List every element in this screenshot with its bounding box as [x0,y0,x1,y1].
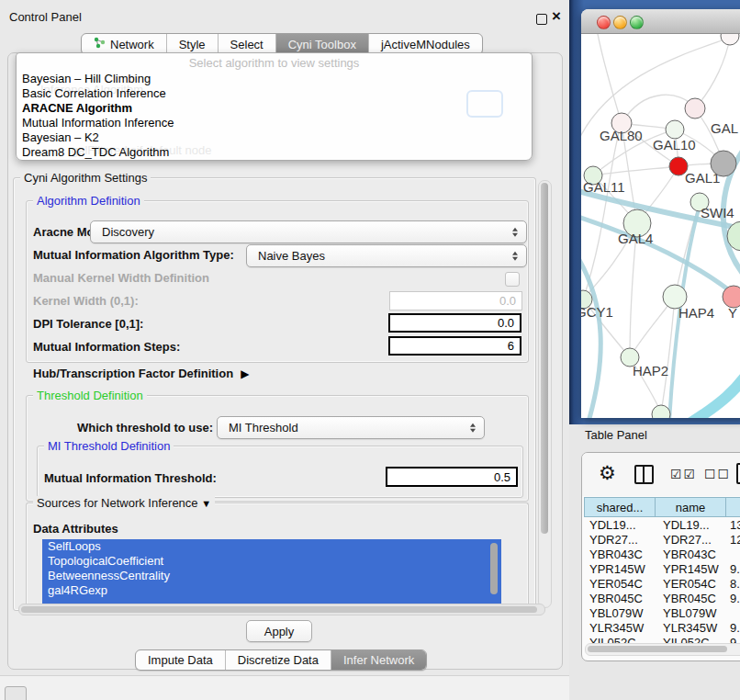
attribute-list-item[interactable]: TopologicalCoefficient [42,554,501,569]
collapse-down-icon: ▼ [201,498,211,509]
tab-cyni-toolbox[interactable]: Cyni Toolbox [275,34,368,54]
which-threshold-value: MI Threshold [229,421,298,435]
tab-label: Style [179,38,206,51]
network-edge [581,260,600,418]
panel-title: Control Panel [9,10,82,24]
which-threshold-combo[interactable]: MI Threshold [217,416,485,439]
mi-threshold-label: Mutual Information Threshold: [44,471,217,485]
dropdown-item[interactable]: ARACNE Algorithm [21,101,527,116]
tab-infer-network[interactable]: Infer Network [331,650,426,670]
network-node-GAL[interactable] [685,98,705,119]
float-icon[interactable] [536,14,547,25]
gear-icon[interactable]: ⚙ [599,462,616,484]
dpi-tolerance-field[interactable]: 0.0 [388,313,521,333]
kernel-width-field[interactable]: 0.0 [389,291,522,310]
hub-definition-expander[interactable]: Hub/Transcription Factor Definition ▶ [33,367,249,380]
tab-network[interactable]: Network [82,34,166,54]
table-column-header[interactable]: name [656,497,726,517]
sources-group-title: Sources for Network Inference ▼ [33,496,215,510]
table-row[interactable]: YLR345WYLR345W9. [584,621,740,636]
threshold-definition-title: Threshold Definition [33,389,147,402]
tab-select[interactable]: Select [218,34,275,54]
columns-icon[interactable] [634,465,654,484]
attribute-list-item[interactable]: SelfLoops [42,539,501,554]
network-node-label: GCY1 [581,304,613,320]
manual-kernel-label: Manual Kernel Width Definition [33,271,209,285]
mi-steps-field[interactable]: 6 [388,336,521,356]
mi-type-combo[interactable]: Naive Bayes [246,244,527,267]
table-row[interactable]: YER054CYER054C8. [584,577,740,592]
close-icon[interactable]: × [552,7,561,26]
network-edge [622,95,695,123]
table-row[interactable]: YBR043CYBR043C [584,548,740,562]
mi-threshold-field[interactable]: 0.5 [386,467,518,487]
attribute-list-item[interactable]: BetweennessCentrality [42,569,501,583]
table-header-row: shared...nameA [584,497,740,517]
table-cell: YDR27... [584,533,656,548]
document-icon[interactable] [736,463,740,484]
settings-group-title: Cyni Algorithm Settings [20,171,151,185]
algorithm-definition-title: Algorithm Definition [33,194,144,208]
which-threshold-label: Which threshold to use: [77,421,213,435]
horizontal-scrollbar[interactable] [18,604,545,615]
table-row[interactable]: YBR045CYBR045C9. [584,592,740,606]
dropdown-item[interactable]: Dream8 DC_TDC Algorithm [21,145,527,160]
table-row[interactable]: YPR145WYPR145W9. [584,562,740,577]
table-column-header[interactable]: A [726,497,740,517]
aracne-mode-combo[interactable]: Discovery [90,220,527,243]
network-node-label: HAP2 [633,363,668,378]
tab-impute-data[interactable]: Impute Data [136,650,225,670]
deselect-all-checkboxes-icon[interactable]: ☐☐ [704,467,731,481]
network-node-GAL10[interactable] [666,120,684,139]
table-cell: YPR145W [656,562,726,577]
minimize-traffic-light[interactable] [613,16,627,29]
network-node[interactable] [711,151,736,176]
dropdown-item[interactable]: Bayesian – Hill Climbing [21,72,527,86]
zoom-traffic-light[interactable] [630,16,644,29]
table-row[interactable]: YDR27...YDR27...12 [584,533,740,548]
network-node[interactable] [652,405,670,418]
table-cell: YER054C [656,577,726,592]
aracne-mode-value: Discovery [102,225,154,239]
table-cell: YDL19... [656,518,726,533]
list-scrollbar-thumb[interactable] [490,543,498,594]
network-edge [581,216,740,308]
tab-style[interactable]: Style [166,34,218,54]
table-row[interactable]: YBL079WYBL079W [584,606,740,621]
table-column-header[interactable]: shared... [584,497,656,517]
attribute-list-item[interactable]: gal4RGexp [42,583,501,598]
scrollbar-thumb[interactable] [541,183,548,534]
tab-label: Network [110,38,154,51]
apply-button[interactable]: Apply [246,620,312,642]
network-window-titlebar[interactable] [581,9,740,34]
scrollbar-thumb[interactable] [588,646,727,652]
dropdown-item[interactable]: Mutual Information Inference [21,116,527,130]
settings-vertical-scrollbar[interactable] [538,180,552,608]
tab-discretize-data[interactable]: Discretize Data [225,650,331,670]
select-all-checkboxes-icon[interactable]: ☑☑ [670,467,697,481]
algorithm-dropdown-popup: Select algorithm to view settings Infere… [16,52,533,161]
dropdown-item[interactable]: Bayesian – K2 [21,130,527,145]
network-node[interactable] [721,34,739,45]
table-row[interactable]: YDL19...YDL19...13 [584,518,740,533]
network-node-label: GAL [711,120,738,136]
table-panel-window: ⚙ ☑☑ ☐☐ shared...nameA YDL19...YDL19...1… [581,452,740,661]
docked-widget[interactable] [5,686,27,700]
table-cell: YBR043C [584,548,656,562]
combo-stepper-icon [512,227,518,237]
data-attributes-list[interactable]: SelfLoopsTopologicalCoefficientBetweenne… [42,539,501,604]
mi-type-label: Mutual Information Algorithm Type: [33,248,234,262]
tab-label: Cyni Toolbox [288,38,356,51]
table-cell: YBR043C [656,548,726,562]
close-traffic-light[interactable] [597,16,611,29]
table-horizontal-scrollbar[interactable] [585,643,740,656]
network-canvas[interactable]: GALGAL80GAL10GAL1GAL11SWI4GAL4GCY1HAP4YH… [581,34,740,418]
mi-steps-label: Mutual Information Steps: [33,340,180,354]
bottom-strip [0,675,569,700]
tab-jactivemnodules[interactable]: jActiveMNodules [368,34,482,54]
network-node-label: GAL4 [618,231,653,246]
dropdown-item[interactable]: Basic Correlation Inference [21,86,527,101]
manual-kernel-checkbox[interactable] [505,272,520,287]
scrollbar-thumb[interactable] [21,606,537,613]
dpi-tolerance-label: DPI Tolerance [0,1]: [33,317,143,331]
